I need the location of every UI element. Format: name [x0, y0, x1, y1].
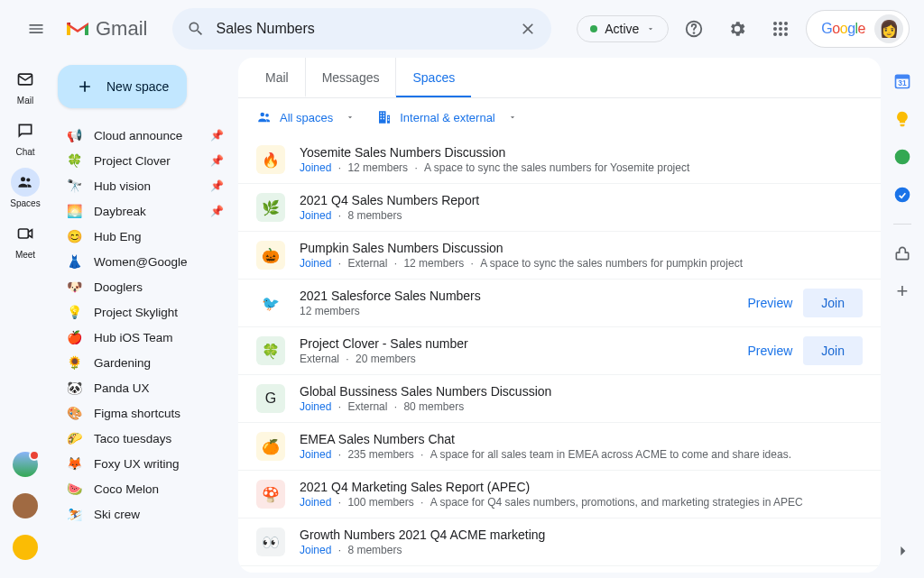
space-item[interactable]: 🐼 Panda UX: [58, 375, 231, 400]
preview-button[interactable]: Preview: [748, 344, 793, 358]
status-dot-icon: [590, 25, 597, 32]
chat-head-3[interactable]: [13, 535, 38, 560]
gmail-icon: [65, 19, 90, 39]
filter-scope[interactable]: Internal & external: [376, 109, 517, 125]
search-results: 🔥 Yosemite Sales Numbers Discussion Join…: [238, 136, 881, 573]
result-row[interactable]: 🔥 Yosemite Sales Numbers Discussion Join…: [238, 136, 881, 183]
meta-text: A space to sync the sales numbers for Yo…: [424, 161, 689, 174]
joined-badge: Joined: [300, 496, 331, 509]
rail-item-meet[interactable]: Meet: [2, 217, 49, 267]
tasks-icon: [893, 148, 911, 166]
chevron-right-icon: [893, 542, 911, 560]
space-item[interactable]: 🌅 Daybreak 📌: [58, 198, 231, 224]
result-title: EMEA Sales Numbers Chat: [300, 432, 863, 446]
space-emoji-icon: 🔭: [65, 177, 83, 195]
meta-separator: ·: [418, 496, 427, 509]
svg-point-16: [261, 113, 265, 117]
space-item[interactable]: 📢 Cloud announce 📌: [58, 123, 231, 148]
result-icon: 🎃: [256, 241, 285, 270]
meta-separator: ·: [335, 209, 344, 222]
result-title: Global Bussiness Sales Numbers Discussio…: [300, 384, 863, 399]
meta-text: 100 members: [347, 496, 413, 509]
space-label: Gardening: [94, 356, 224, 370]
user-avatar: 👩: [874, 14, 903, 43]
space-label: Dooglers: [94, 280, 224, 294]
calendar-addon[interactable]: 31: [893, 72, 911, 90]
addons-button[interactable]: [893, 244, 911, 262]
result-row[interactable]: 🍊 EMEA Sales Numbers Chat Joined · Exter…: [238, 565, 881, 573]
preview-button[interactable]: Preview: [748, 296, 793, 310]
clear-search-icon[interactable]: [519, 20, 537, 38]
space-item[interactable]: 🍎 Hub iOS Team: [58, 325, 231, 350]
svg-point-4: [779, 22, 782, 25]
search-input[interactable]: [216, 21, 508, 37]
result-row[interactable]: 🎃 Pumpkin Sales Numbers Discussion Joine…: [238, 231, 881, 279]
result-row[interactable]: 🐦 2021 Salesforce Sales Numbers 12 membe…: [238, 279, 881, 326]
main-menu-button[interactable]: [14, 7, 58, 50]
space-emoji-icon: 🐼: [65, 379, 83, 397]
result-row[interactable]: 🌿 2021 Q4 Sales Numbers Report Joined · …: [238, 183, 881, 231]
result-row[interactable]: 🍊 EMEA Sales Numbers Chat Joined · 235 m…: [238, 422, 881, 470]
add-addon-button[interactable]: +: [893, 282, 911, 300]
tasks-addon[interactable]: [893, 148, 911, 166]
result-row[interactable]: 👀 Growth Numbers 2021 Q4 ACME marketing …: [238, 518, 881, 565]
space-item[interactable]: 🐶 Dooglers: [58, 274, 231, 299]
result-meta: Joined · External · 12 members · A space…: [300, 257, 863, 270]
status-label: Active: [605, 22, 639, 36]
space-item[interactable]: 🌻 Gardening: [58, 350, 231, 375]
search-bar[interactable]: [172, 8, 551, 50]
help-button[interactable]: [676, 11, 712, 47]
status-selector[interactable]: Active: [577, 15, 669, 42]
space-item[interactable]: 😊 Hub Eng: [58, 224, 231, 249]
svg-point-9: [773, 32, 777, 36]
joined-badge: Joined: [300, 161, 331, 174]
space-emoji-icon: 🐶: [65, 278, 83, 296]
space-emoji-icon: 🌅: [65, 202, 83, 220]
join-button[interactable]: Join: [803, 336, 863, 365]
gmail-logo[interactable]: Gmail: [65, 17, 147, 41]
space-emoji-icon: 🌮: [65, 429, 83, 447]
space-item[interactable]: 🌮 Taco tuesdays: [58, 426, 231, 451]
space-label: Figma shortcuts: [94, 407, 224, 420]
space-item[interactable]: 🦊 Foxy UX writing: [58, 451, 231, 476]
apps-button[interactable]: [762, 11, 799, 47]
space-item[interactable]: 🎨 Figma shortcuts: [58, 400, 231, 426]
header-right: Active Google 👩: [577, 10, 910, 48]
account-button[interactable]: Google 👩: [806, 10, 910, 48]
rail-item-chat[interactable]: Chat: [2, 115, 49, 164]
result-meta: Joined · 235 members · A space for all s…: [300, 448, 863, 461]
search-tabs: Mail Messages Spaces: [238, 58, 881, 98]
filter-all-spaces[interactable]: All spaces: [256, 109, 355, 125]
rail-item-mail[interactable]: Mail: [2, 63, 49, 113]
space-item[interactable]: 🔭 Hub vision 📌: [58, 173, 231, 198]
tab-spaces[interactable]: Spaces: [396, 58, 471, 97]
result-row[interactable]: 🍀 Project Clover - Sales number External…: [238, 326, 881, 374]
result-body: 2021 Salesforce Sales Numbers 12 members: [300, 289, 734, 317]
keep-addon[interactable]: [893, 110, 911, 128]
space-item[interactable]: 👗 Women@Google: [58, 249, 231, 274]
new-space-button[interactable]: New space: [58, 65, 187, 108]
tab-mail[interactable]: Mail: [249, 58, 306, 97]
rail-item-spaces[interactable]: Spaces: [2, 166, 49, 216]
result-body: EMEA Sales Numbers Chat Joined · 235 mem…: [300, 432, 863, 461]
join-button[interactable]: Join: [803, 289, 863, 317]
result-icon: G: [256, 384, 285, 413]
tab-messages[interactable]: Messages: [306, 58, 397, 97]
result-meta: 12 members: [300, 305, 734, 317]
collapse-panel-button[interactable]: [893, 542, 911, 560]
meta-separator: ·: [335, 448, 344, 461]
hamburger-icon: [27, 20, 45, 38]
space-item[interactable]: 💡 Project Skylight: [58, 299, 231, 325]
meta-separator: ·: [391, 257, 400, 270]
chat-head-1[interactable]: [13, 452, 38, 477]
meta-separator: ·: [335, 161, 344, 174]
result-row[interactable]: 🍄 2021 Q4 Marketing Sales Report (APEC) …: [238, 470, 881, 518]
space-item[interactable]: ⛷️ Ski crew: [58, 501, 231, 527]
space-item[interactable]: 🍉 Coco Melon: [58, 476, 231, 501]
settings-button[interactable]: [719, 11, 755, 47]
chat-head-2[interactable]: [13, 493, 38, 518]
space-item[interactable]: 🍀 Project Clover 📌: [58, 148, 231, 173]
result-body: 2021 Q4 Sales Numbers Report Joined · 8 …: [300, 193, 863, 222]
contacts-addon[interactable]: [893, 186, 911, 204]
result-row[interactable]: G Global Bussiness Sales Numbers Discuss…: [238, 374, 881, 422]
